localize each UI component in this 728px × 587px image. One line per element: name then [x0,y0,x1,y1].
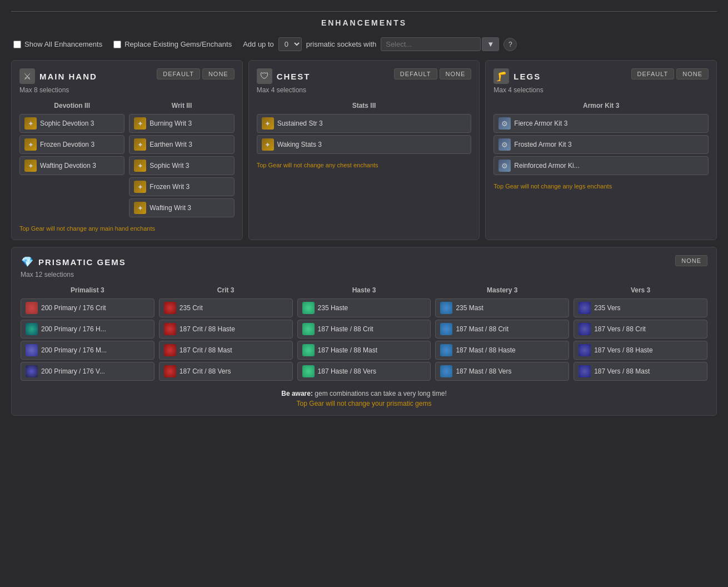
enchant-item[interactable]: ✦ Sustained Str 3 [257,114,472,133]
enchant-item[interactable]: ✦ Sophic Devotion 3 [19,114,124,133]
gems-footer-text: gem combinations can take a very long ti… [315,390,446,397]
socket-dropdown-btn[interactable]: ▼ [482,37,499,51]
enchant-name: Fierce Armor Kit 3 [514,120,567,127]
gem-item[interactable]: 187 Vers / 88 Mast [574,362,707,381]
gem-item[interactable]: 187 Vers / 88 Haste [574,341,707,360]
panels-row: ⚔ MAIN HAND DEFAULT NONE Max 8 selection… [11,60,717,240]
socket-select-input[interactable] [381,37,481,51]
gems-footer-bold: Be aware: [281,390,313,397]
gems-none-btn[interactable]: NONE [675,255,707,266]
gems-title: PRISMATIC GEMS [38,257,126,267]
chest-default-btn[interactable]: DEFAULT [394,68,437,79]
enchant-icon: ✦ [24,138,37,151]
enchant-item[interactable]: ✦ Earthen Writ 3 [129,135,234,154]
gems-title-row: 💎 PRISMATIC GEMS [21,255,126,268]
main-hand-none-btn[interactable]: NONE [202,68,235,79]
gems-icon: 💎 [21,255,34,268]
enchant-item[interactable]: ✦ Burning Writ 3 [129,114,234,133]
legs-subtitle: Max 4 selections [493,86,709,94]
gem-label: 200 Primary / 176 H... [41,325,106,333]
enchant-item[interactable]: ⚙ Fierce Armor Kit 3 [493,114,709,133]
gem-label: 200 Primary / 176 Crit [41,304,106,312]
replace-existing-label: Replace Existing Gems/Enchants [124,40,232,48]
gem-item[interactable]: 235 Haste [297,299,431,317]
main-hand-columns: Devotion III ✦ Sophic Devotion 3 ✦ Froze… [19,102,235,220]
main-hand-warning: Top Gear will not change any main hand e… [19,225,235,232]
gem-label: 187 Mast / 88 Haste [456,346,515,354]
enchant-item[interactable]: ✦ Sophic Writ 3 [129,156,234,175]
gem-label: 187 Crit / 88 Vers [179,367,231,375]
gem-item[interactable]: 235 Mast [435,299,569,317]
vers-header: Vers 3 [574,286,707,294]
legs-none-btn[interactable]: NONE [676,68,709,79]
enchant-name: Waking Stats 3 [277,141,322,148]
gem-icon [164,365,176,377]
gem-item[interactable]: 187 Haste / 88 Mast [297,341,431,360]
gems-columns: Primalist 3 200 Primary / 176 Crit 200 P… [21,286,707,383]
enchant-item[interactable]: ✦ Wafting Writ 3 [129,198,234,217]
main-hand-icon: ⚔ [19,68,35,84]
enchant-item[interactable]: ✦ Waking Stats 3 [257,135,472,154]
gem-icon [26,302,38,314]
enchant-item[interactable]: ✦ Frozen Writ 3 [129,177,234,196]
enchant-name: Sophic Devotion 3 [40,120,94,127]
enchant-name: Wafting Writ 3 [149,204,191,212]
chest-none-btn[interactable]: NONE [440,68,472,79]
gems-footer: Be aware: gem combinations can take a ve… [21,390,707,407]
enchant-name: Frosted Armor Kit 3 [514,141,571,148]
enchant-item[interactable]: ✦ Wafting Devotion 3 [19,156,124,175]
show-all-checkbox[interactable] [13,41,21,48]
chest-header: 🛡 CHEST DEFAULT NONE [257,68,472,84]
gem-item[interactable]: 187 Mast / 88 Crit [435,320,569,339]
main-hand-subtitle: Max 8 selections [19,86,235,94]
gem-item[interactable]: 235 Vers [574,299,707,317]
gem-item[interactable]: 235 Crit [159,299,293,317]
enchant-name: Sophic Writ 3 [149,162,189,170]
gem-label: 200 Primary / 176 M... [41,346,107,354]
show-all-checkbox-label[interactable]: Show All Enhancements [13,40,102,48]
gem-item[interactable]: 200 Primary / 176 Crit [21,299,154,317]
enchant-icon: ✦ [262,138,274,151]
page-wrapper: ENHANCEMENTS Show All Enhancements Repla… [0,0,728,427]
primalist-header: Primalist 3 [21,286,154,294]
gem-item[interactable]: 187 Haste / 88 Vers [297,362,431,381]
gem-item[interactable]: 200 Primary / 176 H... [21,320,154,339]
main-hand-default-btn[interactable]: DEFAULT [157,68,200,79]
replace-existing-checkbox[interactable] [113,41,121,48]
gem-item[interactable]: 187 Mast / 88 Vers [435,362,569,381]
enchant-icon: ✦ [134,138,146,151]
enchant-icon: ⚙ [498,138,511,151]
gem-item[interactable]: 187 Crit / 88 Haste [159,320,293,339]
gem-icon [302,365,315,377]
enchant-item[interactable]: ✦ Frozen Devotion 3 [19,135,124,154]
gem-item[interactable]: 200 Primary / 176 V... [21,362,154,381]
enchant-item[interactable]: ⚙ Reinforced Armor Ki... [493,156,709,175]
gem-item[interactable]: 200 Primary / 176 M... [21,341,154,360]
enchant-icon: ⚙ [498,160,511,172]
chest-warning: Top Gear will not change any chest encha… [257,162,472,168]
devotion-column: Devotion III ✦ Sophic Devotion 3 ✦ Froze… [19,102,124,220]
replace-existing-checkbox-label[interactable]: Replace Existing Gems/Enchants [113,40,232,48]
gem-item[interactable]: 187 Crit / 88 Vers [159,362,293,381]
main-hand-header: ⚔ MAIN HAND DEFAULT NONE [19,68,235,84]
gem-item[interactable]: 187 Vers / 88 Crit [574,320,707,339]
gem-item[interactable]: 187 Crit / 88 Mast [159,341,293,360]
gem-icon [302,344,315,356]
gem-icon [26,323,38,335]
legs-default-btn[interactable]: DEFAULT [631,68,675,79]
gem-icon [302,302,315,314]
legs-title: LEGS [513,72,541,81]
gem-label: 235 Vers [594,304,620,312]
gem-icon [26,365,38,377]
help-button[interactable]: ? [503,38,517,51]
socket-count-select[interactable]: 0 1 2 3 4 [278,37,302,51]
enchant-icon: ✦ [134,202,146,214]
gem-label: 187 Haste / 88 Mast [318,346,377,354]
enchant-item[interactable]: ⚙ Frosted Armor Kit 3 [493,135,709,154]
legs-header: 🦵 LEGS DEFAULT NONE [493,68,709,84]
gem-item[interactable]: 187 Haste / 88 Crit [297,320,431,339]
gem-label: 187 Mast / 88 Crit [456,325,508,333]
gem-item[interactable]: 187 Mast / 88 Haste [435,341,569,360]
gem-label: 235 Haste [318,304,348,312]
gem-icon [440,302,452,314]
